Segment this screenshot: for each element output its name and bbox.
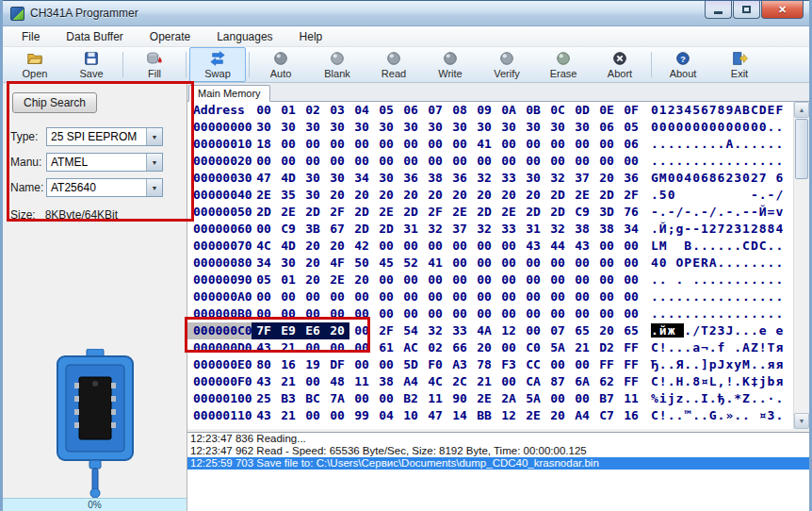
- hex-byte-cell[interactable]: 2E: [276, 204, 300, 221]
- hex-byte-cell[interactable]: 2D: [545, 204, 570, 221]
- hex-byte-cell[interactable]: 2E: [374, 204, 398, 221]
- hex-byte-cell[interactable]: 00: [252, 221, 276, 238]
- hex-byte-cell[interactable]: 30: [325, 119, 349, 136]
- hex-byte-cell[interactable]: 36: [447, 170, 472, 187]
- hex-row-00000080[interactable]: 000000803430204F504552410000000000000000…: [187, 255, 793, 272]
- hex-byte-cell[interactable]: 00: [594, 288, 619, 305]
- scroll-down-button[interactable]: ▼: [794, 413, 809, 429]
- hex-byte-cell[interactable]: 00: [398, 288, 423, 305]
- hex-byte-cell[interactable]: 30: [570, 119, 594, 136]
- hex-byte-cell[interactable]: 87: [545, 373, 570, 390]
- hex-byte-cell[interactable]: A4: [570, 407, 594, 424]
- hex-byte-cell[interactable]: 00: [325, 339, 349, 356]
- hex-row-000000C0[interactable]: 000000C07FE9E620002F5432334A120007652065…: [187, 322, 793, 339]
- hex-byte-cell[interactable]: 01: [276, 272, 300, 288]
- hex-byte-cell[interactable]: 00: [496, 238, 521, 255]
- hex-byte-cell[interactable]: 00: [521, 305, 545, 322]
- hex-byte-cell[interactable]: 16: [619, 407, 643, 424]
- hex-byte-cell[interactable]: 62: [594, 373, 619, 390]
- hex-byte-cell[interactable]: 20: [398, 187, 423, 204]
- hex-byte-cell[interactable]: 21: [276, 339, 300, 356]
- hex-byte-cell[interactable]: 00: [521, 272, 545, 288]
- hex-byte-cell[interactable]: 00: [423, 153, 447, 170]
- toolbar-button-verify[interactable]: Verify: [479, 47, 535, 82]
- hex-byte-cell[interactable]: 4D: [276, 238, 300, 255]
- hex-byte-cell[interactable]: 20: [472, 187, 496, 204]
- toolbar-button-about[interactable]: ? About: [655, 47, 711, 82]
- hex-byte-cell[interactable]: 00: [594, 272, 619, 288]
- hex-byte-cell[interactable]: 00: [349, 339, 374, 356]
- hex-byte-cell[interactable]: BB: [472, 407, 496, 424]
- hex-byte-cell[interactable]: 5D: [398, 356, 423, 373]
- hex-byte-cell[interactable]: 00: [545, 288, 570, 305]
- hex-byte-cell[interactable]: 43: [252, 407, 276, 424]
- hex-byte-cell[interactable]: 21: [276, 373, 300, 390]
- hex-byte-cell[interactable]: 00: [472, 255, 496, 272]
- hex-byte-cell[interactable]: 42: [349, 238, 374, 255]
- hex-byte-cell[interactable]: 6A: [570, 373, 594, 390]
- maximize-button[interactable]: [733, 1, 760, 19]
- hex-byte-cell[interactable]: 43: [521, 238, 545, 255]
- hex-byte-cell[interactable]: 3D: [594, 204, 619, 221]
- hex-byte-cell[interactable]: 00: [521, 153, 545, 170]
- hex-byte-cell[interactable]: 2D: [594, 187, 619, 204]
- hex-byte-cell[interactable]: 06: [619, 136, 643, 153]
- hex-byte-cell[interactable]: AC: [398, 339, 423, 356]
- hex-byte-cell[interactable]: 16: [276, 356, 300, 373]
- hex-byte-cell[interactable]: 00: [570, 390, 594, 407]
- menu-item-languages[interactable]: Languages: [203, 27, 285, 46]
- hex-byte-cell[interactable]: 2D: [349, 204, 374, 221]
- hex-byte-cell[interactable]: 2D: [374, 221, 398, 238]
- hex-byte-cell[interactable]: 00: [300, 339, 325, 356]
- hex-byte-cell[interactable]: 30: [447, 119, 472, 136]
- hex-byte-cell[interactable]: 20: [325, 322, 349, 339]
- hex-byte-cell[interactable]: 00: [252, 288, 276, 305]
- hex-byte-cell[interactable]: 14: [447, 407, 472, 424]
- hex-byte-cell[interactable]: 2D: [349, 221, 374, 238]
- hex-byte-cell[interactable]: 30: [300, 187, 325, 204]
- hex-byte-cell[interactable]: 00: [447, 136, 472, 153]
- scroll-up-button[interactable]: ▲: [794, 102, 809, 118]
- hex-byte-cell[interactable]: 90: [447, 390, 472, 407]
- hex-row-000000B0[interactable]: 000000B000000000000000000000000000000000…: [187, 305, 793, 322]
- hex-byte-cell[interactable]: 00: [252, 305, 276, 322]
- tab-main-memory[interactable]: Main Memory: [188, 85, 270, 102]
- hex-byte-cell[interactable]: 2D: [545, 187, 570, 204]
- hex-row-00000060[interactable]: 0000006000C93B672D2D31323732333132383834…: [187, 221, 793, 238]
- hex-byte-cell[interactable]: 00: [374, 390, 398, 407]
- hex-byte-cell[interactable]: 00: [325, 153, 349, 170]
- hex-byte-cell[interactable]: 00: [472, 288, 496, 305]
- hex-byte-cell[interactable]: 00: [325, 136, 349, 153]
- hex-byte-cell[interactable]: FF: [619, 339, 643, 356]
- chevron-down-icon[interactable]: ▼: [146, 179, 162, 196]
- hex-byte-cell[interactable]: 30: [300, 170, 325, 187]
- hex-byte-cell[interactable]: 20: [594, 322, 619, 339]
- hex-byte-cell[interactable]: 35: [276, 187, 300, 204]
- hex-byte-cell[interactable]: 05: [619, 119, 643, 136]
- hex-byte-cell[interactable]: 38: [423, 170, 447, 187]
- hex-byte-cell[interactable]: 00: [349, 390, 374, 407]
- hex-byte-cell[interactable]: 32: [423, 221, 447, 238]
- hex-byte-cell[interactable]: 00: [545, 356, 570, 373]
- hex-byte-cell[interactable]: 32: [472, 170, 496, 187]
- hex-row-00000070[interactable]: 000000704C4D2020420000000000004344430000…: [187, 238, 793, 255]
- hex-byte-cell[interactable]: 50: [349, 255, 374, 272]
- hex-byte-cell[interactable]: 43: [252, 373, 276, 390]
- hex-byte-cell[interactable]: 00: [252, 153, 276, 170]
- hex-scrollbar[interactable]: ▲ ▼: [793, 102, 809, 429]
- hex-byte-cell[interactable]: FF: [619, 373, 643, 390]
- hex-byte-cell[interactable]: 5A: [521, 390, 545, 407]
- hex-byte-cell[interactable]: 00: [472, 238, 496, 255]
- hex-byte-cell[interactable]: DF: [325, 356, 349, 373]
- hex-byte-cell[interactable]: 30: [276, 255, 300, 272]
- toolbar-button-write[interactable]: Write: [422, 47, 479, 82]
- hex-byte-cell[interactable]: 32: [545, 221, 570, 238]
- hex-byte-cell[interactable]: C7: [594, 407, 619, 424]
- hex-byte-cell[interactable]: 00: [374, 356, 398, 373]
- hex-byte-cell[interactable]: 00: [545, 255, 570, 272]
- hex-byte-cell[interactable]: 00: [496, 305, 521, 322]
- hex-byte-cell[interactable]: 2F: [423, 204, 447, 221]
- toolbar-button-open[interactable]: Open: [7, 47, 63, 82]
- hex-row-000000A0[interactable]: 000000A000000000000000000000000000000000…: [187, 288, 793, 305]
- hex-byte-cell[interactable]: 00: [276, 288, 300, 305]
